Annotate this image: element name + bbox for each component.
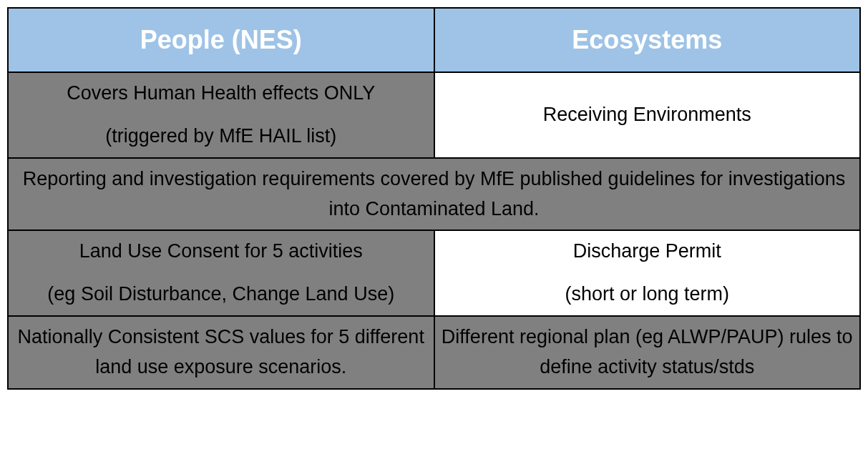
row-4: Nationally Consistent SCS values for 5 d…: [8, 316, 860, 389]
cell-text: Land Use Consent for 5 activities: [11, 237, 431, 267]
cell-subtext: (triggered by MfE HAIL list): [11, 122, 431, 152]
comparison-table: People (NES) Ecosystems Covers Human Hea…: [7, 7, 861, 390]
cell-regional-plan: Different regional plan (eg ALWP/PAUP) r…: [434, 316, 861, 389]
header-ecosystems: Ecosystems: [434, 8, 861, 72]
row-2: Reporting and investigation requirements…: [8, 158, 860, 231]
cell-scs-values: Nationally Consistent SCS values for 5 d…: [8, 316, 434, 389]
cell-reporting: Reporting and investigation requirements…: [8, 158, 860, 231]
cell-human-health: Covers Human Health effects ONLY (trigge…: [8, 72, 434, 158]
cell-text: Different regional plan (eg ALWP/PAUP) r…: [442, 326, 853, 378]
cell-subtext: (eg Soil Disturbance, Change Land Use): [11, 280, 431, 310]
row-1: Covers Human Health effects ONLY (trigge…: [8, 72, 860, 158]
cell-receiving-env: Receiving Environments: [434, 72, 861, 158]
header-row: People (NES) Ecosystems: [8, 8, 860, 72]
cell-text: Reporting and investigation requirements…: [23, 168, 846, 219]
cell-land-use: Land Use Consent for 5 activities (eg So…: [8, 230, 434, 316]
cell-text: Covers Human Health effects ONLY: [11, 79, 431, 109]
cell-subtext: (short or long term): [438, 280, 857, 310]
cell-text: Discharge Permit: [438, 237, 857, 267]
cell-text: Nationally Consistent SCS values for 5 d…: [18, 326, 424, 378]
row-3: Land Use Consent for 5 activities (eg So…: [8, 230, 860, 316]
cell-text: Receiving Environments: [543, 104, 751, 125]
header-people: People (NES): [8, 8, 434, 72]
cell-discharge: Discharge Permit (short or long term): [434, 230, 861, 316]
